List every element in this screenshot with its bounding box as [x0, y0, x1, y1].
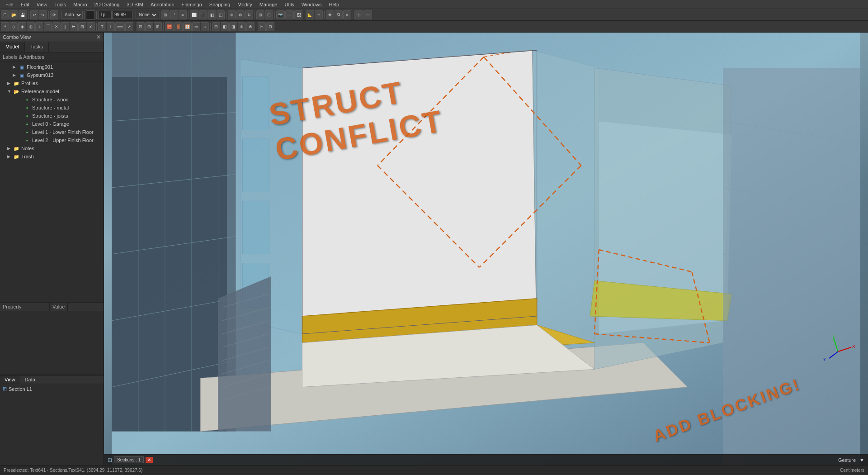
bim-btn2[interactable]: ◧: [221, 22, 229, 31]
view-btn2[interactable]: ⬛: [199, 10, 208, 19]
menu-help[interactable]: Help: [325, 0, 343, 9]
grid-toggle[interactable]: ⊞: [161, 10, 170, 19]
close-panel-button[interactable]: ✕: [96, 34, 101, 40]
tree-item-reference-model[interactable]: ▼ 📂 Reference model: [0, 87, 104, 95]
measure-btn[interactable]: 📐: [306, 10, 314, 19]
rotate-btn[interactable]: ↻: [245, 10, 253, 19]
snap-midpoint[interactable]: ◈: [18, 22, 26, 31]
snap-ext[interactable]: ⊢: [70, 22, 78, 31]
menu-file[interactable]: File: [2, 0, 17, 9]
menu-flamingo[interactable]: Flamingo: [178, 0, 206, 9]
none-dropdown[interactable]: None: [136, 11, 158, 19]
menu-3d-bim[interactable]: 3D BIM: [123, 0, 147, 9]
snap-center[interactable]: ◎: [27, 22, 35, 31]
tree-item-trash[interactable]: ▶ 📁 Trash: [0, 152, 104, 161]
copy-btn[interactable]: ⧉: [335, 10, 343, 19]
mode-dropdown[interactable]: Auto: [61, 11, 83, 19]
tab-view[interactable]: View: [0, 375, 20, 384]
tab-model[interactable]: Model: [0, 42, 25, 52]
redo-button[interactable]: ↪: [39, 10, 47, 19]
text-btn[interactable]: T: [98, 22, 106, 31]
save-button[interactable]: 💾: [19, 10, 27, 19]
move-btn[interactable]: ✥: [326, 10, 334, 19]
tab-tasks[interactable]: Tasks: [25, 42, 49, 52]
dim-btn2[interactable]: ⊟: [265, 10, 273, 19]
pct-input[interactable]: [112, 11, 132, 19]
bim-btn1[interactable]: ⊞: [212, 22, 220, 31]
tree-item-level2-upper[interactable]: ● Level 2 - Upper Finish Floor: [0, 136, 104, 144]
tree-item-structure-metal[interactable]: ● Structure - metal: [0, 104, 104, 112]
section-l1-item[interactable]: ⊞ Section L1: [0, 384, 104, 394]
snap-angle[interactable]: ∠: [87, 22, 95, 31]
arch-wall[interactable]: 🧱: [165, 22, 174, 31]
new-button[interactable]: 🗋: [1, 10, 9, 19]
tree-item-gypsum013[interactable]: ▶ ▣ Gypsum013: [0, 71, 104, 79]
add-btn[interactable]: ➕: [354, 10, 363, 19]
snap-btn2[interactable]: ≡: [179, 10, 187, 19]
clip-btn[interactable]: ⊡: [266, 22, 274, 31]
snap-toggle[interactable]: ⋮: [170, 10, 178, 19]
snap-all[interactable]: ⌖: [1, 22, 9, 31]
layer-btn2[interactable]: ⊟: [145, 22, 153, 31]
menu-edit[interactable]: Edit: [17, 0, 33, 9]
dimension-btn[interactable]: ⟺: [115, 22, 125, 31]
align-btn[interactable]: ⊣: [315, 10, 323, 19]
tree-item-level1-lower[interactable]: ● Level 1 - Lower Finish Floor: [0, 128, 104, 136]
camera-btn2[interactable]: 🎥: [285, 10, 294, 19]
menu-annotation[interactable]: Annotation: [147, 0, 178, 9]
color-black[interactable]: [86, 10, 95, 19]
snap-input[interactable]: [98, 11, 112, 19]
tab-data[interactable]: Data: [20, 375, 40, 384]
layer-btn3[interactable]: ⊞: [154, 22, 162, 31]
view-btn3[interactable]: ◧: [208, 10, 216, 19]
menu-manage[interactable]: Manage: [256, 0, 281, 9]
render-btn[interactable]: 🖼: [294, 10, 302, 19]
leader-btn[interactable]: ↗: [125, 22, 133, 31]
undo-button[interactable]: ↩: [30, 10, 38, 19]
menu-2d-drafting[interactable]: 2D Drafting: [91, 0, 123, 9]
menu-windows[interactable]: Windows: [298, 0, 326, 9]
arch-roof[interactable]: ⌂: [201, 22, 209, 31]
menu-macro[interactable]: Macro: [70, 0, 91, 9]
dim-btn1[interactable]: ⊞: [256, 10, 264, 19]
sections-label[interactable]: Sections : 1: [114, 456, 144, 463]
arch-floor[interactable]: ▭: [192, 22, 200, 31]
menu-snapping[interactable]: Snapping: [206, 0, 234, 9]
tree-item-level0-garage[interactable]: ● Level 0 - Garage: [0, 120, 104, 128]
view-btn1[interactable]: ⬜: [190, 10, 198, 19]
menu-tools[interactable]: Tools: [51, 0, 70, 9]
tree-view[interactable]: ▶ ▣ Flooring001 ▶ ▣ Gypsum013 ▶ 📁 Profil…: [0, 62, 104, 302]
tree-item-structure-joists[interactable]: ● Structure - joists: [0, 112, 104, 120]
snap-grid[interactable]: ⊞: [78, 22, 86, 31]
menu-modify[interactable]: Modify: [234, 0, 255, 9]
bim-btn4[interactable]: ⊕: [238, 22, 246, 31]
snap-endpoint[interactable]: ◇: [9, 22, 18, 31]
tree-item-notes[interactable]: ▶ 📁 Notes: [0, 144, 104, 152]
tree-item-flooring001[interactable]: ▶ ▣ Flooring001: [0, 63, 104, 71]
sections-close-button[interactable]: ✕: [146, 457, 153, 463]
snap-int[interactable]: ✕: [52, 22, 61, 31]
bim-btn3[interactable]: ◨: [229, 22, 237, 31]
text-italic[interactable]: I: [107, 22, 115, 31]
tree-item-structure-wood[interactable]: ● Structure - wood: [0, 95, 104, 104]
refresh-button[interactable]: ⟳: [50, 10, 58, 19]
arch-window[interactable]: 🪟: [183, 22, 192, 31]
bim-btn5[interactable]: ⊗: [246, 22, 255, 31]
layer-btn[interactable]: ⊡: [137, 22, 145, 31]
tree-item-profiles[interactable]: ▶ 📁 Profiles: [0, 79, 104, 87]
subtract-btn[interactable]: ➖: [363, 10, 372, 19]
transform-btn[interactable]: ⊕: [228, 10, 236, 19]
viewport[interactable]: X Z Y STRUCTCONFLICT ADD BLOCKING! ⊡ Sec…: [104, 33, 868, 465]
delete-btn[interactable]: ✕: [343, 10, 351, 19]
section-btn[interactable]: ✄: [258, 22, 266, 31]
arch-door[interactable]: 🚪: [174, 22, 183, 31]
camera-btn1[interactable]: 📷: [276, 10, 285, 19]
snap-par[interactable]: ∥: [61, 22, 69, 31]
snap-perp[interactable]: ⊥: [35, 22, 43, 31]
open-button[interactable]: 📂: [9, 10, 18, 19]
view-btn4[interactable]: ◫: [217, 10, 225, 19]
snap-tan[interactable]: ⌒: [44, 22, 52, 31]
scale-btn[interactable]: ⊗: [236, 10, 245, 19]
menu-view[interactable]: View: [33, 0, 51, 9]
menu-utils[interactable]: Utils: [281, 0, 297, 9]
